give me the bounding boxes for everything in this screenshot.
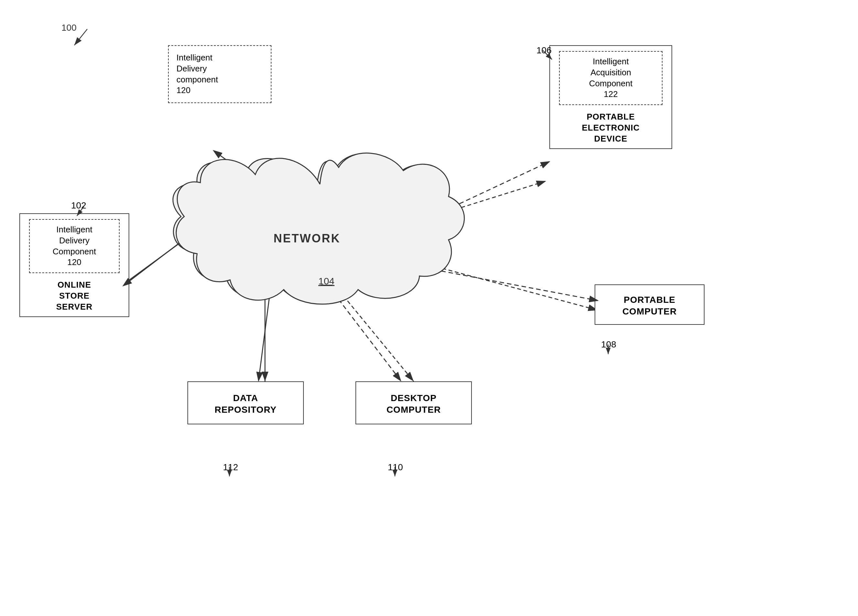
svg-line-12	[77, 206, 84, 216]
portable-computer-box: PORTABLECOMPUTER	[595, 285, 704, 325]
ref102-arrow	[74, 204, 90, 220]
online-store-server-inner-text: IntelligentDeliveryComponent120	[53, 224, 96, 268]
ref108-arrow	[605, 342, 621, 358]
data-repository-label: DATAREPOSITORY	[214, 392, 277, 416]
ref106-arrow	[540, 48, 556, 64]
data-repository-box: DATAREPOSITORY	[187, 381, 304, 424]
desktop-computer-box: DESKTOPCOMPUTER	[356, 381, 472, 424]
portable-electronic-device-label: PORTABLEELECTRONICDEVICE	[582, 112, 640, 144]
desktop-computer-label: DESKTOPCOMPUTER	[387, 392, 441, 416]
svg-line-8	[339, 291, 413, 381]
svg-line-3	[127, 233, 194, 281]
network-label: NETWORK	[284, 236, 342, 248]
ref-104: 104	[310, 285, 325, 295]
online-store-server-label: ONLINESTORESERVER	[56, 280, 92, 312]
svg-line-14	[543, 50, 552, 59]
online-store-server-box: IntelligentDeliveryComponent120 ONLINEST…	[19, 213, 129, 317]
portable-computer-label: PORTABLECOMPUTER	[622, 294, 677, 318]
intelligent-delivery-top-text: IntelligentDeliverycomponent120	[176, 53, 218, 95]
ref112-arrow	[226, 464, 242, 480]
ref110-arrow	[392, 464, 408, 480]
intelligent-delivery-top-box: IntelligentDeliverycomponent120	[168, 45, 272, 103]
portable-electronic-device-box: IntelligentAcquisitionComponent122 PORTA…	[549, 45, 672, 149]
svg-line-5	[443, 181, 546, 213]
svg-line-9	[74, 29, 87, 45]
ref100-arrow	[68, 26, 94, 52]
diagram-container: 100 IntelligentDeliveryComponent120 ONLI…	[0, 0, 858, 616]
svg-line-6	[430, 265, 598, 310]
intelligent-acquisition-text: IntelligentAcquisitionComponent122	[589, 56, 633, 100]
